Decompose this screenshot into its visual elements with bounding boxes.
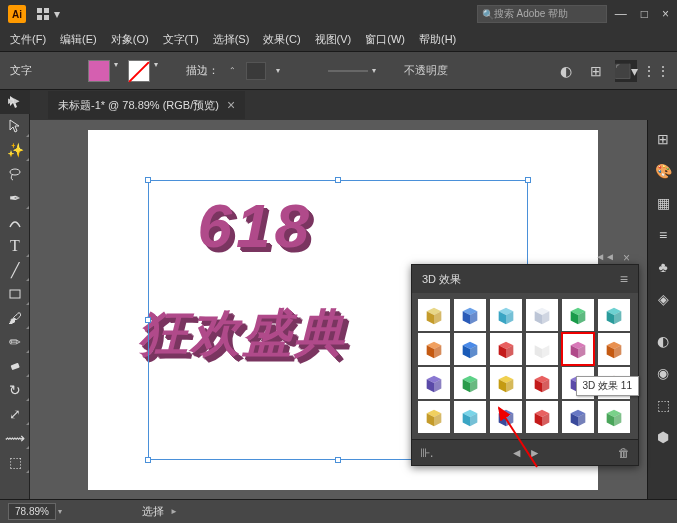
align-icon[interactable]: ⊞ — [585, 60, 607, 82]
width-tool[interactable]: ⟿ — [0, 426, 30, 450]
minimize-button[interactable]: — — [615, 7, 627, 21]
chevron-down-icon[interactable]: ▾ — [112, 60, 120, 82]
3d-effect-thumb-8[interactable] — [454, 333, 486, 365]
3d-effect-thumb-5[interactable] — [562, 299, 594, 331]
3d-effect-thumb-2[interactable] — [454, 299, 486, 331]
resize-handle-bl[interactable] — [145, 457, 151, 463]
resize-handle-tr[interactable] — [525, 177, 531, 183]
panel-menu-icon[interactable]: ≡ — [620, 271, 628, 287]
grid-icon — [36, 7, 50, 21]
right-panel-dock: ⊞ 🎨 ▦ ≡ ♣ ◈ ◐ ◉ ⬚ ⬢ — [647, 120, 677, 499]
library-icon[interactable]: ⊪. — [420, 446, 433, 460]
chevron-down-icon[interactable]: ▾ — [274, 66, 282, 75]
chevron-down-icon[interactable]: ▾ — [152, 60, 160, 82]
3d-effect-thumb-1[interactable] — [418, 299, 450, 331]
menu-bar: 文件(F) 编辑(E) 对象(O) 文字(T) 选择(S) 效果(C) 视图(V… — [0, 28, 677, 52]
isolate-icon[interactable]: ⋮⋮ — [645, 60, 667, 82]
stepper-up-icon[interactable]: ⌃ — [227, 66, 238, 75]
3d-effect-thumb-12[interactable] — [598, 333, 630, 365]
menu-effect[interactable]: 效果(C) — [257, 30, 306, 49]
collapse-panel-icon[interactable]: ◄◄ — [595, 251, 615, 265]
menu-type[interactable]: 文字(T) — [157, 30, 205, 49]
3d-effect-thumb-20[interactable] — [454, 401, 486, 433]
3d-effect-thumb-14[interactable] — [454, 367, 486, 399]
paintbrush-tool[interactable]: 🖌 — [0, 306, 30, 330]
scale-tool[interactable]: ⤢ — [0, 402, 30, 426]
zoom-level[interactable]: 78.89% — [8, 503, 56, 520]
layers-panel-icon[interactable]: ⬢ — [648, 422, 677, 452]
3d-effect-thumb-24[interactable] — [598, 401, 630, 433]
magic-wand-tool[interactable]: ✨ — [0, 138, 30, 162]
3d-effect-thumb-4[interactable] — [526, 299, 558, 331]
3d-effect-thumb-6[interactable] — [598, 299, 630, 331]
recolor-artwork-icon[interactable]: ◐ — [555, 60, 577, 82]
delete-icon[interactable]: 🗑 — [618, 446, 630, 460]
3d-effect-thumb-11[interactable] — [562, 333, 594, 365]
3d-effect-thumb-22[interactable] — [526, 401, 558, 433]
3d-effect-thumb-15[interactable] — [490, 367, 522, 399]
search-input[interactable]: 🔍 搜索 Adobe 帮助 — [477, 5, 607, 23]
pen-tool[interactable]: ✒ — [0, 186, 30, 210]
close-panel-icon[interactable]: × — [623, 251, 630, 265]
resize-handle-tl[interactable] — [145, 177, 151, 183]
fill-color-swatch[interactable] — [88, 60, 110, 82]
3d-effect-thumb-13[interactable] — [418, 367, 450, 399]
svg-rect-3 — [44, 15, 49, 20]
menu-edit[interactable]: 编辑(E) — [54, 30, 103, 49]
type-tool[interactable]: T — [0, 234, 30, 258]
graphic-styles-panel-icon[interactable]: ⬚ — [648, 390, 677, 420]
expand-panels-icon[interactable]: ▸▸ — [8, 94, 20, 107]
prev-icon[interactable]: ◄ — [511, 446, 523, 460]
curvature-tool[interactable] — [0, 210, 30, 234]
appearance-panel-icon[interactable]: ◉ — [648, 358, 677, 388]
tab-title: 未标题-1* @ 78.89% (RGB/预览) — [58, 98, 219, 113]
direct-selection-tool[interactable] — [0, 114, 30, 138]
3d-effect-thumb-9[interactable] — [490, 333, 522, 365]
resize-handle-tm[interactable] — [335, 177, 341, 183]
transform-icon[interactable]: ⬛▾ — [615, 60, 637, 82]
chevron-down-icon: ▾ — [54, 7, 60, 21]
rotate-tool[interactable]: ↻ — [0, 378, 30, 402]
close-button[interactable]: × — [662, 7, 669, 21]
shaper-tool[interactable]: ✏ — [0, 330, 30, 354]
tab-close-button[interactable]: × — [227, 97, 235, 113]
lasso-tool[interactable] — [0, 162, 30, 186]
tools-panel: ✨ ✒ T ╱ 🖌 ✏ ↻ ⤢ ⟿ ⬚ — [0, 90, 30, 499]
3d-effect-thumb-16[interactable] — [526, 367, 558, 399]
opacity-label[interactable]: 不透明度 — [404, 63, 448, 78]
3d-effect-thumb-19[interactable] — [418, 401, 450, 433]
resize-handle-ml[interactable] — [145, 317, 151, 323]
stroke-color-swatch[interactable] — [128, 60, 150, 82]
3d-effect-thumb-23[interactable] — [562, 401, 594, 433]
swatches-panel-icon[interactable]: ▦ — [648, 188, 677, 218]
transparency-panel-icon[interactable]: ◐ — [648, 326, 677, 356]
next-icon[interactable]: ► — [529, 446, 541, 460]
menu-view[interactable]: 视图(V) — [309, 30, 358, 49]
properties-panel-icon[interactable]: ⊞ — [648, 124, 677, 154]
brushes-panel-icon[interactable]: ≡ — [648, 220, 677, 250]
stroke-profile-dropdown[interactable]: ▾ — [328, 66, 378, 76]
3d-effect-thumb-3[interactable] — [490, 299, 522, 331]
menu-window[interactable]: 窗口(W) — [359, 30, 411, 49]
rectangle-tool[interactable] — [0, 282, 30, 306]
resize-handle-bm[interactable] — [335, 457, 341, 463]
3d-effect-thumb-21[interactable] — [490, 401, 522, 433]
menu-object[interactable]: 对象(O) — [105, 30, 155, 49]
symbols-panel-icon[interactable]: ♣ — [648, 252, 677, 282]
menu-select[interactable]: 选择(S) — [207, 30, 256, 49]
3d-effect-thumb-10[interactable] — [526, 333, 558, 365]
3d-effects-panel: 3D 效果 ◄◄ × ≡ ⊪. ◄ ► 🗑 — [411, 264, 639, 466]
stroke-panel-icon[interactable]: ◈ — [648, 284, 677, 314]
3d-effect-thumb-7[interactable] — [418, 333, 450, 365]
menu-help[interactable]: 帮助(H) — [413, 30, 462, 49]
color-panel-icon[interactable]: 🎨 — [648, 156, 677, 186]
maximize-button[interactable]: □ — [641, 7, 648, 21]
free-transform-tool[interactable]: ⬚ — [0, 450, 30, 474]
line-tool[interactable]: ╱ — [0, 258, 30, 282]
document-tab[interactable]: 未标题-1* @ 78.89% (RGB/预览) × — [48, 91, 245, 119]
panel-footer: ⊪. ◄ ► 🗑 — [412, 439, 638, 465]
workspace-switcher[interactable]: ▾ — [36, 7, 60, 21]
eraser-tool[interactable] — [0, 354, 30, 378]
stroke-weight-input[interactable] — [246, 62, 266, 80]
menu-file[interactable]: 文件(F) — [4, 30, 52, 49]
